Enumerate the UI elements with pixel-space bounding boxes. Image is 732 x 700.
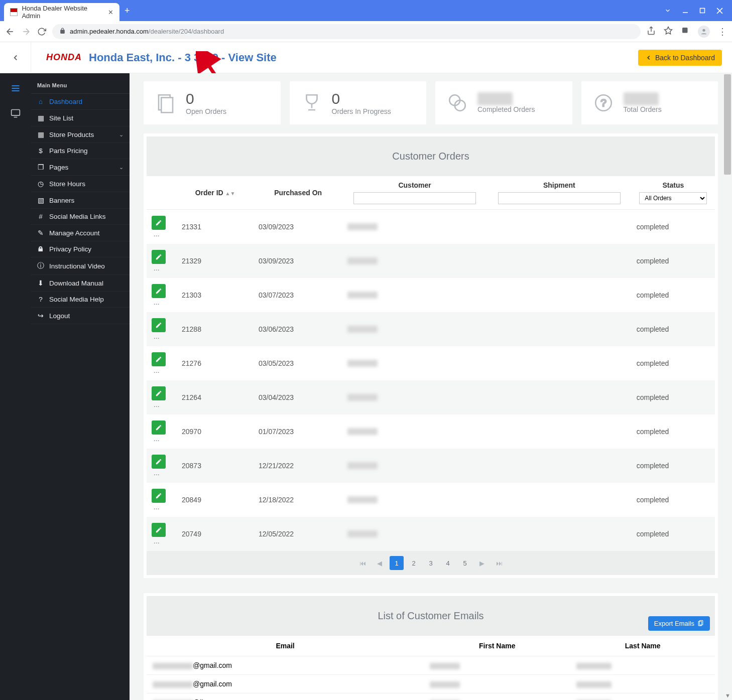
back-button[interactable]: [5, 27, 15, 37]
app-header: HONDA Honda East, Inc. - 3 3239 - View S…: [0, 42, 732, 73]
sidebar-item-parts-pricing[interactable]: $Parts Pricing: [31, 143, 130, 159]
new-tab-button[interactable]: +: [125, 6, 130, 16]
stat-icon: [154, 91, 178, 115]
more-icon[interactable]: ...: [152, 366, 160, 374]
customer-filter-input[interactable]: [353, 192, 476, 204]
extensions-icon[interactable]: [681, 26, 690, 37]
cell-shipment: [487, 483, 632, 517]
pager-next[interactable]: ▶: [475, 556, 489, 570]
edit-button[interactable]: [152, 284, 166, 298]
pager-page-4[interactable]: 4: [441, 556, 455, 570]
sidebar-item-banners[interactable]: ▧Banners: [31, 192, 130, 209]
cell-date: 12/18/2022: [254, 483, 342, 517]
browser-tab[interactable]: Honda Dealer Website Admin ✕: [4, 3, 119, 21]
back-to-dashboard-button[interactable]: Back to Dashboard: [638, 50, 722, 66]
close-window-button[interactable]: [716, 8, 723, 14]
cell-first-name: [424, 693, 570, 701]
status-filter-select[interactable]: All Orders: [639, 192, 707, 204]
sidebar-item-site-list[interactable]: ▦Site List: [31, 110, 130, 126]
sidebar-item-social-media-links[interactable]: #Social Media Links: [31, 209, 130, 225]
cell-customer: [347, 360, 378, 367]
edit-button[interactable]: [152, 250, 166, 264]
sidebar-item-privacy-policy[interactable]: 🔒︎Privacy Policy: [31, 241, 130, 257]
cell-date: 03/07/2023: [254, 278, 342, 312]
cell-status: completed: [632, 210, 715, 244]
col-customer: Customer: [342, 176, 487, 210]
scrollbar[interactable]: [723, 73, 732, 224]
table-row: ...2074912/05/2022completed: [147, 517, 715, 551]
pager-page-2[interactable]: 2: [407, 556, 421, 570]
cell-customer: [347, 530, 378, 537]
more-icon[interactable]: ...: [152, 435, 160, 443]
edit-button[interactable]: [152, 318, 166, 332]
more-icon[interactable]: ...: [152, 400, 160, 408]
bookmark-icon[interactable]: [664, 26, 673, 37]
sidebar-item-logout[interactable]: ↪Logout: [31, 308, 130, 324]
share-icon[interactable]: [647, 26, 656, 37]
more-icon[interactable]: ...: [152, 537, 160, 545]
more-icon[interactable]: ...: [152, 332, 160, 340]
page-title[interactable]: Honda East, Inc. - 3 3239 - View Site: [89, 51, 277, 64]
sidebar-item-download-manual[interactable]: ⬇Download Manual: [31, 275, 130, 292]
export-emails-button[interactable]: Export Emails: [648, 616, 710, 631]
info-icon: ⓘ: [37, 261, 44, 270]
pager-page-5[interactable]: 5: [458, 556, 472, 570]
cell-customer: [347, 223, 378, 230]
more-icon[interactable]: ...: [152, 469, 160, 477]
maximize-button[interactable]: [699, 8, 705, 14]
pager-next[interactable]: ⏭: [492, 556, 506, 570]
scroll-down-icon[interactable]: ▼: [725, 692, 730, 698]
edit-button[interactable]: [152, 352, 166, 366]
dollar-icon: $: [37, 147, 44, 155]
cell-status: completed: [632, 517, 715, 551]
header-back-icon[interactable]: [0, 42, 31, 73]
pager-prev[interactable]: ⏮: [355, 556, 370, 570]
clock-icon: ◷: [37, 180, 44, 188]
url-input[interactable]: admin.pedealer.honda.com/dealersite/204/…: [52, 24, 641, 39]
cell-shipment: [487, 312, 632, 346]
edit-button[interactable]: [152, 455, 166, 469]
more-icon[interactable]: ...: [152, 230, 160, 238]
stat-card-completed-orders: Completed Orders: [435, 81, 572, 124]
browser-address-bar: admin.pedealer.honda.com/dealersite/204/…: [0, 21, 732, 42]
col-first-name: First Name: [424, 636, 570, 656]
browser-menu-icon[interactable]: ⋮: [718, 26, 727, 37]
reload-button[interactable]: [37, 27, 46, 36]
sidebar-item-social-media-help[interactable]: ?Social Media Help: [31, 292, 130, 308]
cell-email: @gmail.com: [147, 675, 424, 693]
sidebar-item-store-products[interactable]: ▦Store Products⌄: [31, 126, 130, 143]
chevron-down-icon[interactable]: [664, 7, 671, 14]
col-purchased-on[interactable]: Purchased On: [254, 176, 342, 210]
forward-button[interactable]: [21, 27, 31, 37]
shipment-filter-input[interactable]: [498, 192, 621, 204]
cell-date: 12/05/2022: [254, 517, 342, 551]
stat-value: [624, 92, 659, 105]
sidebar-item-store-hours[interactable]: ◷Store Hours: [31, 176, 130, 192]
profile-avatar[interactable]: [698, 26, 710, 38]
edit-button[interactable]: [152, 489, 166, 503]
minimize-button[interactable]: [682, 8, 688, 14]
table-row: ...2128803/06/2023completed: [147, 312, 715, 346]
orders-panel: Customer Orders Order ID ▲▼ Purchased On…: [144, 133, 718, 578]
pager-page-3[interactable]: 3: [424, 556, 438, 570]
sidebar-item-dashboard[interactable]: ⌂Dashboard: [31, 94, 130, 110]
edit-button[interactable]: [152, 523, 166, 537]
edit-button[interactable]: [152, 216, 166, 230]
sidebar-item-label: Banners: [49, 197, 74, 204]
more-icon[interactable]: ...: [152, 503, 160, 511]
pager-page-1[interactable]: 1: [390, 556, 404, 570]
url-text: admin.pedealer.honda.com/dealersite/204/…: [70, 28, 224, 35]
monitor-icon[interactable]: [11, 108, 21, 118]
more-icon[interactable]: ...: [152, 298, 160, 306]
cell-shipment: [487, 244, 632, 278]
edit-button[interactable]: [152, 421, 166, 435]
pager-prev[interactable]: ◀: [373, 556, 387, 570]
close-tab-icon[interactable]: ✕: [108, 9, 113, 16]
sidebar-item-manage-account[interactable]: ✎Manage Account: [31, 225, 130, 241]
edit-button[interactable]: [152, 386, 166, 400]
sidebar-item-instructional-video[interactable]: ⓘInstructional Video: [31, 257, 130, 275]
more-icon[interactable]: ...: [152, 264, 160, 272]
sidebar-item-pages[interactable]: ❐Pages⌄: [31, 159, 130, 176]
col-order-id[interactable]: Order ID ▲▼: [177, 176, 254, 210]
hamburger-icon[interactable]: [11, 83, 21, 93]
